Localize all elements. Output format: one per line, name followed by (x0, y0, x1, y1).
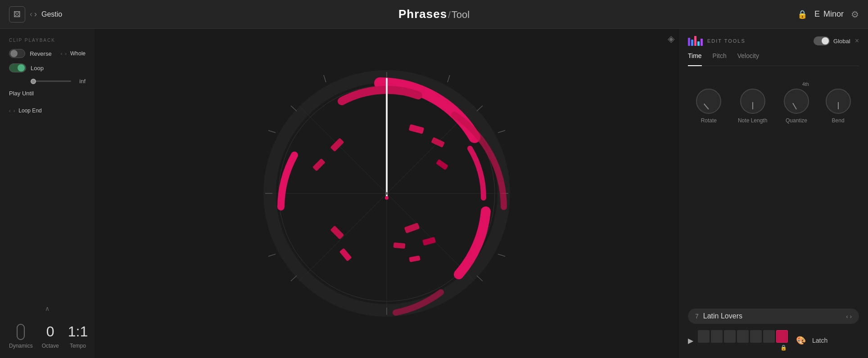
rotate-knob-item: Rotate (696, 89, 721, 124)
loop-end-label: Loop End (18, 107, 41, 114)
global-toggle-pill[interactable] (814, 36, 830, 45)
pattern-block-3[interactable] (724, 330, 736, 343)
dynamics-icon (17, 324, 25, 340)
pattern-blocks (698, 330, 788, 343)
phrases-logo: Phrases / Tool (398, 7, 470, 21)
svg-rect-22 (312, 158, 326, 171)
edit-tools-header: EDIT TOOLS Global × (688, 36, 859, 46)
color-bar-pink (694, 36, 696, 46)
preset-name: Latin Lovers (703, 312, 842, 320)
app-icon[interactable]: ⚄ (9, 6, 25, 22)
playback-row: ▶ 🔒 🎨 Latch (688, 330, 859, 351)
tempo-label: Tempo (70, 343, 86, 349)
key-display: E Minor (814, 9, 844, 19)
edit-tools-tabs: Time Pitch Velocity (688, 52, 859, 66)
octave-item: 0 Octave (42, 323, 59, 349)
tab-velocity[interactable]: Velocity (737, 52, 759, 62)
global-toggle[interactable]: Global (814, 36, 850, 45)
note-length-knob[interactable] (740, 89, 765, 114)
global-label: Global (833, 38, 850, 45)
pattern-block-6[interactable] (763, 330, 775, 343)
pattern-block-1[interactable] (698, 330, 710, 343)
tempo-item: 1:1 Tempo (68, 323, 88, 349)
preset-right-arrow[interactable]: › (850, 313, 852, 320)
loop-end-control[interactable]: ‹ › Loop End (9, 107, 42, 114)
quantize-label: Quantize (786, 117, 807, 124)
whole-value: Whole (70, 50, 86, 57)
rotate-knob[interactable] (696, 89, 721, 114)
palette-icon[interactable]: 🎨 (796, 336, 806, 345)
bend-label: Bend (832, 117, 845, 124)
tab-time[interactable]: Time (688, 52, 702, 66)
header-center: Phrases / Tool (144, 7, 724, 21)
latch-label[interactable]: Latch (812, 337, 827, 344)
play-button[interactable]: ▶ (688, 336, 693, 345)
reverse-toggle[interactable] (9, 49, 25, 58)
preset-selector[interactable]: 7 Latin Lovers ‹ › (688, 309, 859, 324)
key-note[interactable]: E (814, 9, 820, 19)
bend-knob[interactable] (826, 89, 851, 114)
instrument-row: Dynamics 0 Octave 1:1 Tempo 4th Swing (9, 316, 86, 349)
rotate-label: Rotate (701, 117, 717, 124)
pattern-block-2[interactable] (711, 330, 723, 343)
header-right: 🔒 E Minor ⚙ (724, 9, 859, 20)
visualizer-svg (261, 67, 513, 319)
whole-left-arrow: ‹ (61, 51, 63, 56)
loop-slider-row: inf (9, 78, 86, 85)
lock-icon[interactable]: 🔒 (797, 9, 807, 19)
loop-slider-thumb[interactable] (31, 79, 36, 84)
pattern-row-wrapper: 🔒 (698, 330, 788, 351)
svg-rect-25 (436, 159, 448, 170)
svg-point-33 (385, 196, 389, 200)
bend-knob-item: Bend (826, 89, 851, 124)
svg-rect-29 (422, 237, 436, 246)
svg-line-11 (448, 75, 450, 82)
left-panel: CLIP PLAYBACK Reverse ‹ › Whole Loop inf (0, 29, 95, 358)
nav-back-button[interactable]: ‹ (30, 9, 32, 19)
edit-tools-label: EDIT TOOLS (707, 38, 809, 44)
tempo-value[interactable]: 1:1 (68, 323, 88, 340)
svg-rect-21 (330, 138, 344, 152)
loop-toggle[interactable] (9, 63, 26, 72)
close-button[interactable]: × (855, 37, 859, 45)
target-icon[interactable]: ◈ (668, 33, 674, 44)
loop-label: Loop (31, 65, 44, 72)
tab-pitch[interactable]: Pitch (713, 52, 727, 62)
dynamics-item: Dynamics (9, 324, 33, 349)
loop-slider-track[interactable] (31, 81, 71, 82)
svg-line-17 (477, 106, 483, 111)
whole-control[interactable]: ‹ › Whole (61, 50, 86, 57)
pattern-block-5[interactable] (750, 330, 762, 343)
loop-toggle-knob (18, 64, 25, 72)
reverse-toggle-knob (10, 50, 18, 57)
color-bar-violet (701, 39, 703, 46)
svg-line-19 (477, 276, 483, 281)
note-length-label: Note Length (738, 117, 767, 124)
key-scale[interactable]: Minor (823, 9, 844, 19)
octave-value[interactable]: 0 (46, 323, 54, 340)
loop-end-row: ‹ › Loop End (9, 107, 86, 114)
quantize-knob[interactable] (784, 89, 809, 114)
reverse-label: Reverse (30, 50, 51, 57)
chevron-up-icon[interactable]: ∧ (9, 305, 86, 312)
svg-rect-24 (431, 137, 445, 148)
pattern-block-7[interactable] (776, 330, 788, 343)
preset-left-arrow[interactable]: ‹ (846, 313, 848, 320)
lock-small-icon: 🔒 (780, 345, 787, 351)
app-title: Gestio (41, 10, 62, 18)
pattern-block-4[interactable] (737, 330, 749, 343)
bottom-controls: ∧ Dynamics 0 Octave 1:1 Tempo 4th (9, 300, 86, 349)
loop-end-left-arrow: ‹ (9, 108, 11, 113)
svg-line-12 (324, 75, 326, 82)
preset-number: 7 (695, 313, 699, 320)
color-bar-blue (691, 40, 693, 46)
center-panel: ◈ (95, 29, 679, 358)
settings-icon[interactable]: ⚙ (851, 9, 859, 20)
clip-playback-label: CLIP PLAYBACK (9, 38, 86, 43)
svg-line-15 (268, 254, 276, 256)
circle-visualizer (261, 67, 513, 319)
nav-forward-button[interactable]: › (34, 9, 37, 19)
svg-rect-30 (393, 242, 406, 249)
whole-right-arrow: › (65, 51, 67, 56)
preset-area: 7 Latin Lovers ‹ › ▶ (688, 309, 859, 351)
